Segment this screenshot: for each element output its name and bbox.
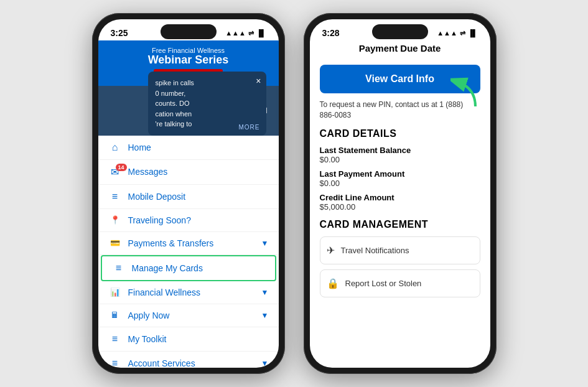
signal-icon-2: ▲▲▲	[437, 29, 457, 37]
travel-icon: ✈	[327, 245, 335, 256]
wifi-icon-2: ⇌	[460, 29, 465, 37]
notch-1	[161, 24, 217, 39]
phone-2: 3:28 ▲▲▲ ⇌ ▐▌ Payment Due Date View Card…	[304, 13, 497, 374]
account-services-icon: ≡	[108, 358, 122, 368]
toolkit-icon: ≡	[108, 333, 122, 345]
nav-list: ⌂ Home ✉ 14 Messages ≡ Mobile Deposit 📍 …	[98, 136, 279, 368]
notch-2	[372, 24, 428, 39]
sidebar-item-label: Apply Now	[128, 310, 261, 320]
status-icons-1: ▲▲▲ ⇌ ▐▌	[225, 29, 266, 37]
sidebar-item-manage-my-cards[interactable]: ≡ Manage My Cards	[101, 255, 276, 281]
page-title: Payment Due Date	[310, 40, 490, 60]
chart-icon: 📊	[108, 287, 122, 297]
phone-1: 3:25 ▲▲▲ ⇌ ▐▌ Free Financial Wellness We…	[92, 13, 285, 374]
sidebar-item-traveling-soon[interactable]: 📍 Traveling Soon?	[98, 209, 279, 232]
notification-popup: × spike in calls0 number,counts. DOcatio…	[148, 72, 266, 136]
card-detail-last-statement: Last Statement Balance $0.00	[320, 146, 480, 164]
sidebar-item-mobile-deposit[interactable]: ≡ Mobile Deposit	[98, 185, 279, 209]
sidebar-item-home[interactable]: ⌂ Home	[98, 136, 279, 160]
detail-label: Last Payment Amount	[320, 169, 480, 179]
sidebar-item-label: Manage My Cards	[132, 263, 265, 273]
sidebar-item-apply-now[interactable]: 🖩 Apply Now ▼	[98, 304, 279, 327]
detail-value: $0.00	[320, 179, 480, 188]
home-icon: ⌂	[108, 142, 122, 153]
sidebar-item-payments-transfers[interactable]: 💳 Payments & Transfers ▼	[98, 232, 279, 255]
green-arrow-left	[277, 256, 279, 280]
sidebar-item-financial-wellness[interactable]: 📊 Financial Wellness ▼	[98, 281, 279, 304]
phones-container: 3:25 ▲▲▲ ⇌ ▐▌ Free Financial Wellness We…	[80, 1, 509, 386]
popup-close-button[interactable]: ×	[256, 75, 261, 88]
card-icon: 💳	[108, 238, 122, 248]
sidebar-item-label: Home	[128, 142, 269, 152]
report-lost-stolen-label: Report Lost or Stolen	[345, 279, 422, 288]
travel-notifications-label: Travel Notifications	[341, 246, 409, 255]
more-button[interactable]: MORE	[239, 123, 260, 132]
sidebar-item-label: Financial Wellness	[128, 287, 261, 297]
sidebar-item-label: Payments & Transfers	[128, 238, 261, 248]
status-icons-2: ▲▲▲ ⇌ ▐▌	[437, 29, 477, 37]
lock-icon: 🔒	[327, 277, 339, 289]
sidebar-item-label: My Toolkit	[128, 334, 269, 344]
banner-subtitle: Webinar Series	[107, 54, 270, 67]
battery-icon-2: ▐▌	[468, 29, 478, 37]
chevron-down-icon: ▼	[261, 359, 269, 368]
calculator-icon: 🖩	[108, 310, 122, 320]
chevron-down-icon: ▼	[261, 288, 269, 297]
chevron-down-icon: ▼	[261, 239, 269, 248]
time-1: 3:25	[111, 28, 128, 38]
chevron-down-icon: ▼	[261, 311, 269, 320]
view-card-btn-container: View Card Info	[320, 65, 480, 93]
report-lost-stolen-item[interactable]: 🔒 Report Lost or Stolen	[320, 269, 480, 297]
signal-icon: ▲▲▲	[225, 29, 246, 37]
green-arrow-up	[450, 75, 482, 112]
card-detail-last-payment: Last Payment Amount $0.00	[320, 169, 480, 188]
messages-badge: 14	[116, 164, 127, 171]
sidebar-item-label: Account Services	[128, 358, 261, 368]
sidebar-item-label: Messages	[128, 167, 269, 177]
banner: Free Financial Wellness Webinar Series R…	[98, 40, 279, 86]
mobile-deposit-icon: ≡	[108, 191, 122, 202]
wifi-icon: ⇌	[248, 29, 254, 37]
detail-label: Last Statement Balance	[320, 146, 480, 155]
card-detail-credit-line: Credit Line Amount $5,000.00	[320, 193, 480, 212]
popup-body: spike in calls0 number,counts. DOcation …	[156, 78, 259, 129]
detail-value: $5,000.00	[320, 202, 480, 212]
detail-value: $0.00	[320, 155, 480, 164]
cards-icon: ≡	[112, 263, 126, 274]
card-details-title: CARD DETAILS	[320, 128, 480, 139]
sidebar-item-messages[interactable]: ✉ 14 Messages	[98, 160, 279, 185]
sidebar-item-label: Traveling Soon?	[128, 215, 269, 225]
sidebar-item-my-toolkit[interactable]: ≡ My Toolkit	[98, 327, 279, 352]
travel-notifications-item[interactable]: ✈ Travel Notifications	[320, 236, 480, 264]
detail-label: Credit Line Amount	[320, 193, 480, 202]
phone2-content: View Card Info	[310, 60, 490, 307]
sidebar-item-account-services[interactable]: ≡ Account Services ▼	[98, 352, 279, 368]
card-mgmt-title: CARD MANAGEMENT	[320, 219, 480, 230]
sidebar-item-label: Mobile Deposit	[128, 192, 269, 202]
time-2: 3:28	[322, 28, 340, 38]
battery-icon: ▐▌	[256, 29, 266, 37]
card-management-section: CARD MANAGEMENT ✈ Travel Notifications 🔒…	[320, 219, 480, 297]
location-icon: 📍	[108, 215, 122, 225]
